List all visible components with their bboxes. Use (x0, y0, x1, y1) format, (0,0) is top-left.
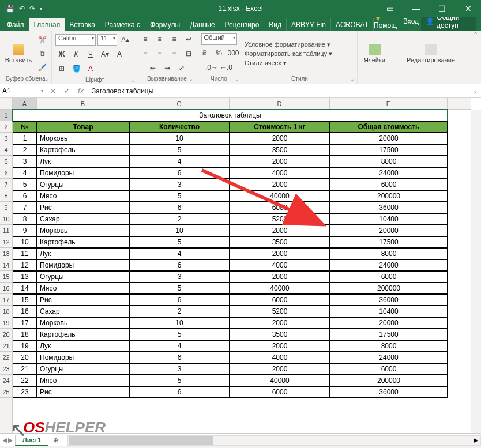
data-cell[interactable]: Помидоры (37, 259, 129, 271)
indent-inc-icon[interactable]: ⇥ (161, 62, 174, 74)
cells-area[interactable]: Заголовок таблицы№ТоварКоличествоСтоимос… (13, 110, 471, 433)
data-cell[interactable]: 4000 (230, 259, 330, 271)
data-cell[interactable]: 200000 (330, 190, 448, 202)
data-cell[interactable]: 5 (129, 236, 230, 248)
data-cell[interactable]: Мясо (37, 190, 129, 202)
data-cell[interactable]: 2000 (230, 363, 330, 375)
indent-dec-icon[interactable]: ⇤ (146, 62, 159, 74)
data-cell[interactable]: 5 (13, 179, 37, 190)
data-cell[interactable]: Мясо (37, 283, 129, 294)
data-cell[interactable]: 10400 (330, 306, 448, 317)
data-cell[interactable]: Огурцы (37, 179, 129, 190)
data-cell[interactable]: 6000 (330, 271, 448, 283)
border-icon[interactable]: ⊞ (55, 62, 68, 75)
paste-button[interactable]: Вставить (3, 43, 35, 65)
data-cell[interactable]: Картофель (37, 236, 129, 248)
data-cell[interactable]: 200000 (330, 283, 448, 294)
data-cell[interactable]: 40000 (230, 283, 330, 294)
data-cell[interactable]: 6000 (230, 294, 330, 306)
align-mid-icon[interactable]: ≡ (153, 33, 166, 46)
name-box[interactable]: A1 (0, 84, 46, 97)
row-header-14[interactable]: 14 (0, 259, 12, 271)
data-cell[interactable]: 24000 (330, 259, 448, 271)
data-cell[interactable]: 6000 (330, 179, 448, 190)
row-header-12[interactable]: 12 (0, 236, 12, 248)
col-header-c[interactable]: C (129, 98, 230, 109)
data-cell[interactable]: 6000 (230, 386, 330, 398)
undo-icon[interactable]: ↶ (19, 5, 25, 13)
data-cell[interactable]: 5200 (230, 306, 330, 317)
format-as-table-button[interactable]: Форматировать как таблицу ▾ (245, 50, 332, 58)
row-header-11[interactable]: 11 (0, 225, 12, 236)
row-header-6[interactable]: 6 (0, 167, 12, 179)
data-cell[interactable]: 4 (129, 340, 230, 352)
tab-abbyy[interactable]: ABBYY Fin (287, 18, 331, 31)
dec-decimal-icon[interactable]: ←.0 (220, 61, 232, 74)
font-name-select[interactable]: Calibri (55, 34, 96, 46)
redo-icon[interactable]: ↷ (29, 5, 35, 13)
data-cell[interactable]: 19 (13, 340, 37, 352)
data-cell[interactable]: Сахар (37, 306, 129, 317)
data-cell[interactable]: 2000 (230, 271, 330, 283)
shrink-font-icon[interactable]: A▾ (99, 48, 111, 61)
align-bot-icon[interactable]: ≡ (168, 33, 181, 46)
data-cell[interactable]: 3 (13, 156, 37, 167)
data-cell[interactable]: 40000 (230, 375, 330, 386)
font-size-select[interactable]: 11 (97, 34, 117, 46)
data-cell[interactable]: 17500 (330, 329, 448, 340)
data-cell[interactable]: Помидоры (37, 352, 129, 363)
data-cell[interactable]: 3 (129, 363, 230, 375)
row-header-23[interactable]: 23 (0, 363, 12, 375)
data-cell[interactable]: 6 (129, 259, 230, 271)
data-cell[interactable]: 36000 (330, 386, 448, 398)
row-header-19[interactable]: 19 (0, 317, 12, 329)
data-cell[interactable]: 17500 (330, 236, 448, 248)
row-header-10[interactable]: 10 (0, 213, 12, 225)
data-cell[interactable]: 15 (13, 294, 37, 306)
data-cell[interactable]: 1 (13, 133, 37, 144)
collapse-ribbon-icon[interactable]: ⌃ (469, 31, 481, 84)
row-header-15[interactable]: 15 (0, 271, 12, 283)
data-cell[interactable]: 20000 (330, 225, 448, 236)
data-cell[interactable]: 5200 (230, 213, 330, 225)
data-cell[interactable]: 3500 (230, 329, 330, 340)
data-cell[interactable]: 36000 (330, 202, 448, 213)
data-cell[interactable]: 6 (129, 294, 230, 306)
tab-data[interactable]: Данные (185, 18, 220, 31)
fill-color-icon[interactable]: 🪣 (70, 62, 82, 75)
tab-layout[interactable]: Разметка с (100, 18, 145, 31)
data-cell[interactable]: 10400 (330, 213, 448, 225)
data-cell[interactable]: Морковь (37, 225, 129, 236)
data-cell[interactable]: Огурцы (37, 363, 129, 375)
cancel-formula-icon[interactable]: ✕ (46, 87, 60, 95)
tab-acrobat[interactable]: ACROBAT (331, 18, 374, 31)
row-header-25[interactable]: 25 (0, 386, 12, 398)
data-cell[interactable]: 6 (129, 167, 230, 179)
spreadsheet-grid[interactable]: A B C D E 123456789101112131415161718192… (0, 98, 481, 434)
vertical-scrollbar[interactable] (471, 110, 481, 433)
data-cell[interactable]: 4000 (230, 352, 330, 363)
data-cell[interactable]: 10 (13, 236, 37, 248)
data-cell[interactable]: 6 (129, 202, 230, 213)
data-cell[interactable]: 8000 (330, 340, 448, 352)
tab-file[interactable]: Файл (2, 18, 29, 31)
data-cell[interactable]: Картофель (37, 144, 129, 156)
data-cell[interactable]: 2 (129, 306, 230, 317)
data-cell[interactable]: 21 (13, 363, 37, 375)
data-cell[interactable]: 3500 (230, 144, 330, 156)
data-cell[interactable]: 3 (129, 179, 230, 190)
fx-icon[interactable]: fx (74, 87, 88, 95)
data-cell[interactable]: 2000 (230, 156, 330, 167)
row-header-21[interactable]: 21 (0, 340, 12, 352)
data-cell[interactable]: 2000 (230, 248, 330, 259)
row-header-18[interactable]: 18 (0, 306, 12, 317)
data-cell[interactable]: 23 (13, 386, 37, 398)
underline-icon[interactable]: Ч (84, 48, 97, 61)
tab-insert[interactable]: Вставка (65, 18, 100, 31)
phonetic-icon[interactable]: A (113, 48, 126, 61)
sheet-nav-prev-icon[interactable]: ◀ (2, 436, 7, 444)
comma-icon[interactable]: 000 (227, 47, 240, 59)
save-icon[interactable]: 💾 (6, 5, 14, 13)
col-header-d[interactable]: D (230, 98, 330, 109)
column-headers[interactable]: A B C D E (13, 98, 471, 110)
